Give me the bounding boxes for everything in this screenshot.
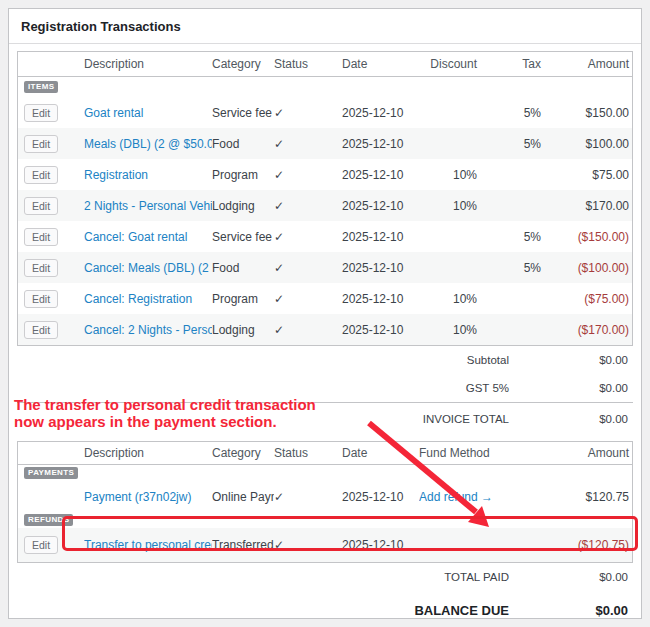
item-date: 2025-12-10 [342, 292, 428, 306]
payment-row: Payment (r37n02jw) Online Payment ✓ 2025… [18, 481, 632, 512]
transactions-card: Registration Transactions Description Ca… [8, 8, 642, 619]
total-paid-value: $0.00 [509, 571, 628, 583]
items-table-header: Description Category Status Date Discoun… [18, 52, 632, 77]
refund-category: Transferred to credit [212, 538, 274, 552]
header-status: Status [274, 57, 342, 71]
item-discount: 10% [428, 168, 480, 182]
edit-button[interactable]: Edit [24, 259, 58, 277]
items-badge: ITEMS [24, 81, 58, 93]
balance-due-row: BALANCE DUE $0.00 [17, 591, 633, 627]
annotation-line2: now appears in the payment section. [14, 413, 334, 430]
edit-button[interactable]: Edit [24, 104, 58, 122]
status-check-icon: ✓ [274, 490, 342, 504]
item-category: Lodging [212, 199, 274, 213]
table-row: Edit Cancel: Meals (DBL) (2 @ $50.00) Fo… [18, 252, 632, 283]
item-description-link[interactable]: Cancel: Registration [84, 292, 212, 306]
header-amount: Amount [544, 57, 632, 71]
edit-button[interactable]: Edit [24, 228, 58, 246]
items-table: Description Category Status Date Discoun… [17, 51, 633, 346]
edit-button[interactable]: Edit [24, 197, 58, 215]
item-description-link[interactable]: Goat rental [84, 106, 212, 120]
table-row: Edit Cancel: Goat rental Service fee ✓ 2… [18, 221, 632, 252]
registration-transactions-page: Registration Transactions Description Ca… [0, 0, 650, 627]
item-date: 2025-12-10 [342, 199, 428, 213]
edit-button[interactable]: Edit [24, 321, 58, 339]
refund-row: Edit Transfer to personal credit Transfe… [18, 528, 632, 562]
table-row: Edit Meals (DBL) (2 @ $50.00) Food ✓ 202… [18, 128, 632, 159]
header-date: Date [342, 57, 428, 71]
gst-value: $0.00 [509, 382, 628, 394]
item-description-link[interactable]: Cancel: 2 Nights - Personal Vehicle Site [84, 323, 212, 337]
item-amount: ($75.00) [544, 292, 632, 306]
header-tax: Tax [480, 57, 544, 71]
item-description-link[interactable]: Cancel: Goat rental [84, 230, 212, 244]
item-category: Food [212, 261, 274, 275]
payment-description-link[interactable]: Payment (r37n02jw) [84, 490, 212, 504]
item-amount: $150.00 [544, 106, 632, 120]
item-amount: $100.00 [544, 137, 632, 151]
payment-summary: TOTAL PAID $0.00 BALANCE DUE $0.00 [17, 563, 633, 627]
edit-button[interactable]: Edit [24, 166, 58, 184]
status-check-icon: ✓ [274, 230, 342, 244]
item-date: 2025-12-10 [342, 137, 428, 151]
gst-label: GST 5% [17, 382, 509, 394]
item-tax: 5% [480, 261, 544, 275]
status-check-icon: ✓ [274, 199, 342, 213]
header-category: Category [212, 57, 274, 71]
item-amount: $75.00 [544, 168, 632, 182]
header-description: Description [84, 446, 212, 460]
item-tax: 5% [480, 106, 544, 120]
edit-button[interactable]: Edit [24, 135, 58, 153]
item-description-link[interactable]: Meals (DBL) (2 @ $50.00) [84, 137, 212, 151]
items-section-row: ITEMS [18, 77, 632, 97]
invoice-total-value: $0.00 [509, 413, 628, 425]
status-check-icon: ✓ [274, 323, 342, 337]
annotation-note: The transfer to personal credit transact… [14, 396, 334, 430]
refund-date: 2025-12-10 [342, 538, 419, 552]
subtotal-value: $0.00 [509, 354, 628, 366]
item-description-link[interactable]: Registration [84, 168, 212, 182]
status-check-icon: ✓ [274, 261, 342, 275]
annotation-line1: The transfer to personal credit transact… [14, 396, 334, 413]
item-date: 2025-12-10 [342, 230, 428, 244]
edit-button[interactable]: Edit [24, 536, 58, 554]
item-date: 2025-12-10 [342, 106, 428, 120]
payments-table: Description Category Status Date Fund Me… [17, 441, 633, 563]
status-check-icon: ✓ [274, 292, 342, 306]
payment-category: Online Payment [212, 490, 274, 504]
item-category: Service fee [212, 106, 274, 120]
item-category: Program [212, 168, 274, 182]
item-amount: ($100.00) [544, 261, 632, 275]
payments-table-header: Description Category Status Date Fund Me… [18, 442, 632, 465]
page-title: Registration Transactions [9, 9, 641, 44]
item-tax: 5% [480, 230, 544, 244]
refunds-badge: REFUNDS [24, 514, 73, 526]
item-category: Program [212, 292, 274, 306]
status-check-icon: ✓ [274, 538, 342, 552]
item-description-link[interactable]: 2 Nights - Personal Vehicle Site [84, 199, 212, 213]
payments-section-row: PAYMENTS [18, 465, 632, 481]
item-tax: 5% [480, 137, 544, 151]
payment-amount: $120.75 [549, 490, 632, 504]
subtotal-label: Subtotal [17, 354, 509, 366]
refund-amount: ($120.75) [549, 538, 632, 552]
total-paid-row: TOTAL PAID $0.00 [17, 563, 633, 591]
add-refund-link[interactable]: Add refund → [419, 490, 549, 504]
table-row: Edit Cancel: 2 Nights - Personal Vehicle… [18, 314, 632, 345]
item-discount: 10% [428, 323, 480, 337]
balance-due-value: $0.00 [509, 603, 628, 618]
item-category: Lodging [212, 323, 274, 337]
table-row: Edit Cancel: Registration Program ✓ 2025… [18, 283, 632, 314]
header-date: Date [342, 446, 419, 460]
subtotal-row: Subtotal $0.00 [17, 346, 633, 374]
item-date: 2025-12-10 [342, 323, 428, 337]
item-amount: ($150.00) [544, 230, 632, 244]
refunds-section-row: REFUNDS [18, 512, 632, 528]
refund-description-link[interactable]: Transfer to personal credit [84, 538, 212, 552]
item-amount: $170.00 [544, 199, 632, 213]
header-status: Status [274, 446, 342, 460]
edit-button[interactable]: Edit [24, 290, 58, 308]
items-rows: Edit Goat rental Service fee ✓ 2025-12-1… [18, 97, 632, 345]
item-date: 2025-12-10 [342, 261, 428, 275]
item-description-link[interactable]: Cancel: Meals (DBL) (2 @ $50.00) [84, 261, 212, 275]
